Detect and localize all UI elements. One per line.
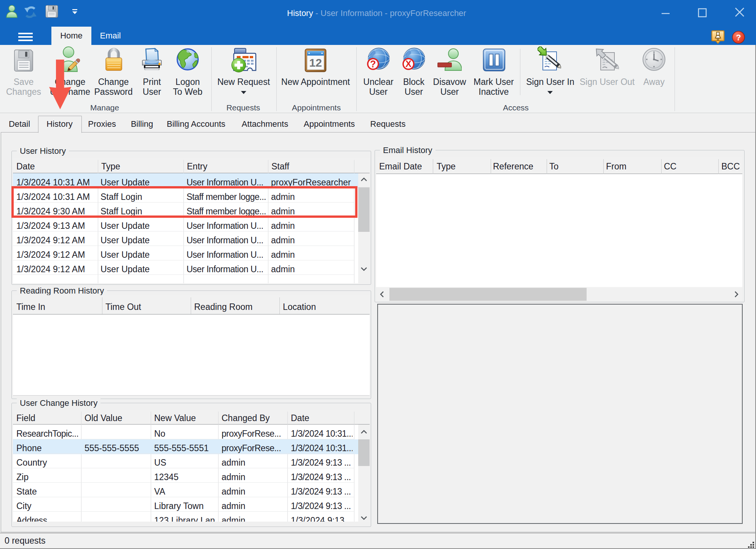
svg-text:X: X [405,59,411,69]
svg-text:?: ? [736,33,741,42]
svg-text:12: 12 [309,56,322,69]
svg-text:?: ? [370,59,376,69]
